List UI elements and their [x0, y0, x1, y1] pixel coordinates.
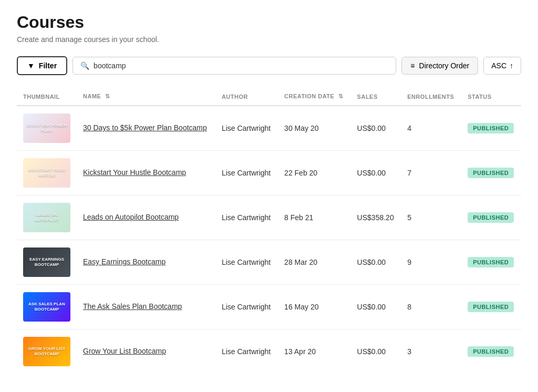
cell-status: PUBLISHED — [461, 285, 521, 329]
name-sort-icon: ⇅ — [105, 93, 110, 99]
cell-enrollments: 7 — [401, 151, 461, 195]
cell-sales: US$0.00 — [351, 329, 401, 374]
cell-creation-date: 8 Feb 21 — [278, 195, 351, 240]
sort-lines-icon: ≡ — [410, 61, 415, 70]
search-icon: 🔍 — [80, 61, 89, 70]
table-row: ASK SALES PLAN BOOTCAMP The Ask Sales Pl… — [17, 285, 521, 329]
filter-icon: ▼ — [27, 61, 35, 70]
course-link[interactable]: The Ask Sales Plan Bootcamp — [83, 302, 182, 311]
directory-order-button[interactable]: ≡ Directory Order — [401, 57, 478, 75]
cell-enrollments: 4 — [401, 106, 461, 151]
course-thumbnail: LEADS ON AUTOPILOT — [23, 203, 70, 232]
thumbnail-label: KICKSTART YOUR HUSTLE — [23, 166, 70, 180]
cell-thumbnail: ASK SALES PLAN BOOTCAMP — [17, 285, 77, 329]
thumbnail-label: ASK SALES PLAN BOOTCAMP — [23, 300, 70, 314]
cell-enrollments: 8 — [401, 285, 461, 329]
course-thumbnail: 30-DAY $5K POWER PLAN — [23, 114, 70, 143]
table-row: KICKSTART YOUR HUSTLE Kickstart Your Hus… — [17, 151, 521, 195]
col-author: AUTHOR — [215, 88, 278, 106]
cell-status: PUBLISHED — [461, 240, 521, 285]
course-link[interactable]: Leads on Autopilot Bootcamp — [83, 213, 179, 221]
cell-creation-date: 22 Feb 20 — [278, 151, 351, 195]
status-badge: PUBLISHED — [468, 257, 514, 267]
table-row: EASY EARNINGS BOOTCAMP Easy Earnings Boo… — [17, 240, 521, 285]
cell-thumbnail: LEADS ON AUTOPILOT — [17, 195, 77, 240]
cell-enrollments: 3 — [401, 329, 461, 374]
status-badge: PUBLISHED — [468, 302, 514, 312]
course-link[interactable]: Easy Earnings Bootcamp — [83, 257, 165, 266]
courses-table: THUMBNAIL NAME ⇅ AUTHOR CREATION DATE ⇅ … — [17, 88, 521, 374]
cell-thumbnail: EASY EARNINGS BOOTCAMP — [17, 240, 77, 285]
cell-author: Lise Cartwright — [215, 285, 278, 329]
cell-thumbnail: 30-DAY $5K POWER PLAN — [17, 106, 77, 151]
asc-sort-button[interactable]: ASC ↑ — [483, 57, 521, 75]
thumbnail-label: EASY EARNINGS BOOTCAMP — [23, 255, 70, 269]
directory-order-label: Directory Order — [419, 61, 470, 70]
cell-name: The Ask Sales Plan Bootcamp — [77, 285, 215, 329]
cell-enrollments: 5 — [401, 195, 461, 240]
toolbar: ▼ Filter 🔍 ≡ Directory Order ASC ↑ — [17, 56, 521, 75]
cell-sales: US$0.00 — [351, 106, 401, 151]
course-link[interactable]: Kickstart Your Hustle Bootcamp — [83, 168, 186, 177]
status-badge: PUBLISHED — [468, 346, 514, 357]
cell-name: Grow Your List Bootcamp — [77, 329, 215, 374]
table-row: 30-DAY $5K POWER PLAN 30 Days to $5k Pow… — [17, 106, 521, 151]
table-row: GROW YOUR LIST BOOTCAMP Grow Your List B… — [17, 329, 521, 374]
cell-creation-date: 16 May 20 — [278, 285, 351, 329]
cell-author: Lise Cartwright — [215, 151, 278, 195]
course-thumbnail: GROW YOUR LIST BOOTCAMP — [23, 337, 70, 366]
filter-button[interactable]: ▼ Filter — [17, 56, 67, 75]
status-badge: PUBLISHED — [468, 123, 514, 133]
thumbnail-label: LEADS ON AUTOPILOT — [23, 210, 70, 224]
course-link[interactable]: Grow Your List Bootcamp — [83, 347, 166, 355]
page-subtitle: Create and manage courses in your school… — [17, 35, 521, 44]
thumbnail-label: 30-DAY $5K POWER PLAN — [23, 121, 70, 135]
cell-enrollments: 9 — [401, 240, 461, 285]
cell-status: PUBLISHED — [461, 106, 521, 151]
asc-arrow-icon: ↑ — [510, 61, 513, 70]
cell-author: Lise Cartwright — [215, 195, 278, 240]
table-header-row: THUMBNAIL NAME ⇅ AUTHOR CREATION DATE ⇅ … — [17, 88, 521, 106]
cell-sales: US$0.00 — [351, 285, 401, 329]
status-badge: PUBLISHED — [468, 168, 514, 178]
cell-author: Lise Cartwright — [215, 106, 278, 151]
col-name[interactable]: NAME ⇅ — [77, 88, 215, 106]
search-bar: 🔍 — [73, 57, 396, 75]
cell-name: Leads on Autopilot Bootcamp — [77, 195, 215, 240]
course-link[interactable]: 30 Days to $5k Power Plan Bootcamp — [83, 123, 207, 132]
cell-thumbnail: KICKSTART YOUR HUSTLE — [17, 151, 77, 195]
course-thumbnail: EASY EARNINGS BOOTCAMP — [23, 247, 70, 277]
date-sort-icon: ⇅ — [338, 93, 344, 99]
cell-thumbnail: GROW YOUR LIST BOOTCAMP — [17, 329, 77, 374]
asc-label: ASC — [491, 61, 506, 70]
cell-sales: US$0.00 — [351, 151, 401, 195]
search-input[interactable] — [94, 61, 388, 70]
cell-status: PUBLISHED — [461, 329, 521, 374]
status-badge: PUBLISHED — [468, 212, 514, 223]
cell-name: Kickstart Your Hustle Bootcamp — [77, 151, 215, 195]
cell-creation-date: 30 May 20 — [278, 106, 351, 151]
col-creation-date[interactable]: CREATION DATE ⇅ — [278, 88, 351, 106]
col-sales: SALES — [351, 88, 401, 106]
filter-label: Filter — [39, 61, 57, 70]
cell-author: Lise Cartwright — [215, 240, 278, 285]
cell-status: PUBLISHED — [461, 151, 521, 195]
cell-status: PUBLISHED — [461, 195, 521, 240]
thumbnail-label: GROW YOUR LIST BOOTCAMP — [23, 344, 70, 358]
col-status: STATUS — [461, 88, 521, 106]
table-row: LEADS ON AUTOPILOT Leads on Autopilot Bo… — [17, 195, 521, 240]
course-thumbnail: ASK SALES PLAN BOOTCAMP — [23, 292, 70, 322]
cell-name: Easy Earnings Bootcamp — [77, 240, 215, 285]
cell-sales: US$358.20 — [351, 195, 401, 240]
cell-creation-date: 13 Apr 20 — [278, 329, 351, 374]
cell-creation-date: 28 Mar 20 — [278, 240, 351, 285]
cell-name: 30 Days to $5k Power Plan Bootcamp — [77, 106, 215, 151]
col-enrollments: ENROLLMENTS — [401, 88, 461, 106]
col-thumbnail: THUMBNAIL — [17, 88, 77, 106]
cell-author: Lise Cartwright — [215, 329, 278, 374]
cell-sales: US$0.00 — [351, 240, 401, 285]
course-thumbnail: KICKSTART YOUR HUSTLE — [23, 158, 70, 188]
page-title: Courses — [17, 13, 521, 32]
